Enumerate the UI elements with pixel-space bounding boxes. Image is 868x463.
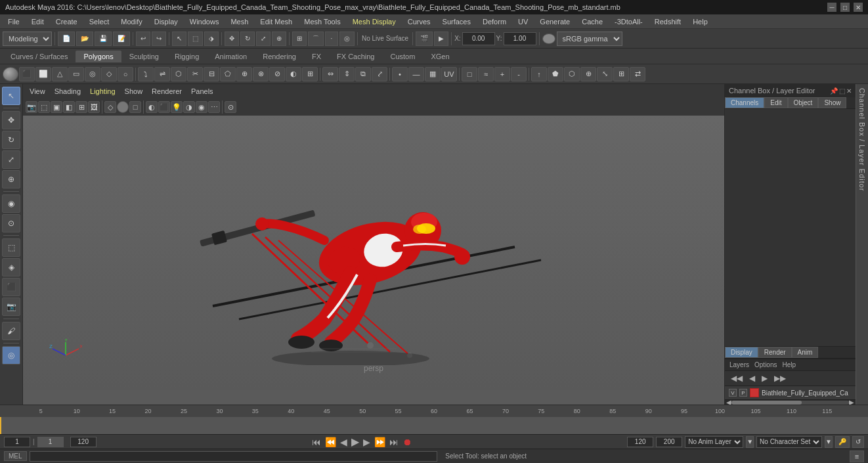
menu-file[interactable]: File [3, 16, 25, 27]
layer-last-btn[interactable]: ▶▶ [772, 373, 788, 384]
tab-display[interactable]: Display [725, 347, 758, 358]
shelf-select-border[interactable]: □ [462, 67, 477, 81]
menu-mesh-display[interactable]: Mesh Display [347, 16, 401, 27]
move-btn[interactable]: ✥ [225, 32, 239, 46]
vp-menu-show[interactable]: Show [121, 86, 147, 97]
layer-prev-btn[interactable]: ◀ [747, 373, 757, 384]
menu-cache[interactable]: Cache [576, 16, 608, 27]
menu-mesh-tools[interactable]: Mesh Tools [299, 16, 345, 27]
layer-visible-checkbox[interactable]: V [729, 389, 737, 397]
scroll-left-btn[interactable]: ◀ [726, 399, 731, 405]
next-key-btn[interactable]: ⏩ [373, 437, 387, 447]
shelf-unfold[interactable]: ⤡ [597, 67, 613, 81]
save-as-btn[interactable]: 📝 [113, 32, 130, 46]
shelf-prism[interactable]: ◇ [101, 67, 117, 81]
tab-object[interactable]: Object [788, 97, 819, 108]
layer-options-btn[interactable]: Options [752, 361, 779, 369]
new-scene-btn[interactable]: 📄 [58, 32, 75, 46]
menu-redshift[interactable]: Redshift [649, 16, 686, 27]
y-value-input[interactable] [504, 32, 536, 45]
vp-resolution-btn[interactable]: ▣ [51, 101, 62, 113]
shelf-select-similar[interactable]: ≈ [478, 67, 494, 81]
shelf-separate[interactable]: ⊘ [269, 67, 285, 81]
menu-mesh[interactable]: Mesh [225, 16, 253, 27]
timeline-ruler[interactable]: 5 10 15 20 25 30 35 40 45 50 55 60 65 70… [0, 405, 868, 417]
char-set-btn[interactable]: ▼ [825, 436, 833, 448]
tab-sculpting[interactable]: Sculpting [121, 51, 167, 62]
anim-layer-dropdown[interactable]: No Anim Layer [685, 436, 743, 448]
menu-surfaces[interactable]: Surfaces [437, 16, 476, 27]
shelf-sphere[interactable] [3, 67, 18, 81]
select-tool-btn[interactable]: ↖ [172, 32, 186, 46]
shelf-connect[interactable]: ⊕ [236, 67, 252, 81]
shelf-insert-loop[interactable]: ⊟ [204, 67, 219, 81]
shelf-soften[interactable]: ⬡ [564, 67, 580, 81]
menu-deform[interactable]: Deform [477, 16, 511, 27]
tab-rendering[interactable]: Rendering [255, 51, 304, 62]
timeline-track[interactable] [0, 417, 868, 434]
vp-image-plane-btn[interactable]: 🖼 [88, 101, 100, 113]
select-region-btn[interactable]: ⬚ [188, 32, 203, 46]
shelf-bevel[interactable]: ⬠ [220, 67, 236, 81]
vp-shadow-btn[interactable]: ◑ [183, 101, 195, 113]
frame-current-input[interactable] [4, 437, 30, 447]
shelf-uv-editor[interactable]: ⊕ [580, 67, 596, 81]
vp-menu-shading[interactable]: Shading [51, 86, 85, 97]
scroll-track[interactable] [731, 401, 849, 405]
menu-modify[interactable]: Modify [116, 16, 147, 27]
vp-hud-btn[interactable]: ⊞ [76, 101, 87, 113]
vp-wireframe-btn[interactable]: ◇ [104, 101, 116, 113]
layer-playback-checkbox[interactable]: P [739, 389, 747, 397]
range-start-input[interactable] [627, 437, 653, 447]
shelf-cone[interactable]: △ [52, 67, 68, 81]
snap-to-curve-btn[interactable]: ⌒ [308, 32, 324, 46]
shelf-vertex-mode[interactable]: • [392, 67, 408, 81]
render-btn[interactable]: 🎬 [416, 32, 433, 46]
shelf-extract[interactable]: ⤤ [372, 67, 387, 81]
snap-to-point-btn[interactable]: · [325, 32, 338, 46]
menu-windows[interactable]: Windows [184, 16, 225, 27]
shelf-mirror-cut[interactable]: ⇕ [339, 67, 355, 81]
tab-render[interactable]: Render [758, 347, 792, 358]
scale-tool-left[interactable]: ⤢ [2, 150, 20, 169]
vp-menu-view[interactable]: View [26, 86, 49, 97]
tab-custom[interactable]: Custom [383, 51, 423, 62]
vp-lighting-btn[interactable]: 💡 [171, 101, 183, 113]
camera-left[interactable]: 📷 [2, 298, 20, 316]
mel-label[interactable]: MEL [4, 451, 27, 461]
vp-isolate-btn[interactable]: ⊙ [225, 101, 236, 113]
scene-area[interactable]: X Y Z persp [23, 116, 724, 390]
vp-filmgate-btn[interactable]: ⬚ [38, 101, 50, 113]
shelf-mirror-geo[interactable]: ⇔ [322, 67, 338, 81]
menu-display[interactable]: Display [149, 16, 183, 27]
shelf-plane[interactable]: ▭ [68, 67, 84, 81]
snap-to-view-btn[interactable]: ◎ [339, 32, 355, 46]
shelf-cube[interactable]: ⬛ [19, 67, 35, 81]
tab-channels[interactable]: Channels [725, 97, 764, 108]
goto-start-btn[interactable]: ⏮ [311, 437, 322, 447]
layer-help-btn[interactable]: Help [780, 361, 798, 369]
snap-to-grid-btn[interactable]: ⊞ [292, 32, 307, 46]
rotate-btn[interactable]: ↻ [240, 32, 255, 46]
layers-label-btn[interactable]: Layers [727, 361, 751, 369]
channel-box-pin-btn[interactable]: 📌 [830, 87, 838, 95]
cycle-btn[interactable]: ↺ [852, 436, 864, 448]
shelf-merge[interactable]: ⊗ [253, 67, 269, 81]
shelf-uv-mode[interactable]: UV [441, 67, 457, 81]
play-btn[interactable]: ▶ [350, 435, 360, 448]
shelf-normals[interactable]: ↑ [531, 67, 547, 81]
menu-curves[interactable]: Curves [402, 16, 436, 27]
vp-menu-renderer[interactable]: Renderer [148, 86, 186, 97]
layer-first-btn[interactable]: ◀◀ [729, 373, 745, 384]
vp-bounding-box-btn[interactable]: □ [129, 101, 141, 113]
undo-btn[interactable]: ↩ [136, 32, 150, 46]
shelf-multi-cut[interactable]: ✂ [187, 67, 203, 81]
record-btn[interactable]: ⏺ [401, 437, 413, 447]
color-profile-icon[interactable] [542, 33, 555, 44]
move-tool-left[interactable]: ✥ [2, 111, 20, 129]
attribute-editor-tab[interactable]: Channel Box / Layer Editor [856, 84, 868, 405]
menu-help[interactable]: Help [687, 16, 713, 27]
redo-btn[interactable]: ↪ [152, 32, 166, 46]
lasso-btn[interactable]: ⬗ [204, 32, 219, 46]
layer-next-btn[interactable]: ▶ [760, 373, 770, 384]
